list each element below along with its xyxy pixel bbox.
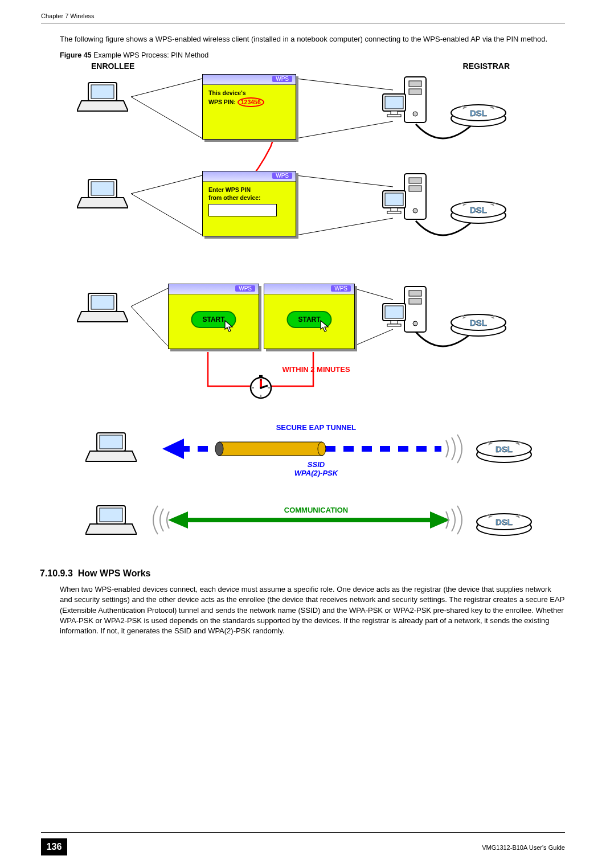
svg-rect-35 (385, 96, 403, 109)
window-titlebar: WPS (264, 284, 354, 294)
svg-rect-14 (259, 375, 263, 377)
svg-line-0 (131, 79, 202, 97)
device-pin-line1: This device's (208, 89, 290, 97)
svg-rect-29 (91, 85, 114, 99)
svg-rect-73 (100, 508, 122, 522)
within-2-minutes-label: WITHIN 2 MINUTES (282, 365, 350, 374)
svg-point-15 (260, 387, 262, 389)
dsl-router-icon: DSL (450, 96, 507, 127)
cursor-icon (224, 320, 235, 333)
figure-diagram: ENROLLEE REGISTRAR (77, 62, 555, 551)
svg-rect-48 (385, 193, 403, 206)
header-rule (41, 23, 565, 23)
enrollee-label: ENROLLEE (91, 62, 134, 71)
svg-rect-55 (91, 296, 114, 309)
figure-caption: Figure 45 Example WPS Process: PIN Metho… (60, 51, 565, 59)
window-titlebar: WPS (203, 75, 296, 85)
wps-pin-body: This device's WPS PIN: 123456 (203, 85, 296, 112)
cursor-icon (320, 320, 330, 333)
svg-rect-68 (100, 435, 122, 449)
svg-text:DSL: DSL (496, 444, 513, 454)
svg-rect-42 (91, 182, 114, 195)
section-body: When two WPS-enabled devices connect, ea… (60, 584, 565, 636)
wps-tab-label: WPS (331, 285, 351, 292)
svg-point-23 (215, 442, 223, 456)
svg-line-9 (131, 288, 168, 306)
svg-line-10 (131, 306, 168, 346)
svg-rect-62 (391, 321, 398, 324)
svg-text:DSL: DSL (496, 517, 513, 527)
section-number: 7.10.9.3 (40, 568, 73, 578)
pin-input-field[interactable] (208, 204, 277, 216)
wps-tab-label: WPS (272, 173, 292, 179)
svg-rect-32 (409, 89, 421, 95)
svg-marker-21 (162, 439, 184, 459)
svg-line-6 (296, 175, 393, 187)
svg-line-7 (296, 218, 393, 235)
dsl-router-icon: DSL (476, 505, 533, 536)
svg-rect-45 (409, 186, 421, 191)
svg-point-33 (413, 112, 417, 116)
page-content: The following figure shows a WPS-enabled… (60, 34, 565, 643)
svg-marker-27 (430, 511, 450, 529)
desktop-icon (382, 284, 430, 341)
figure-title: Example WPS Process: PIN Method (92, 51, 209, 59)
svg-line-2 (296, 79, 393, 90)
desktop-icon (382, 171, 430, 228)
enter-pin-line1: Enter WPS PIN (208, 186, 290, 194)
svg-point-46 (413, 208, 417, 213)
dsl-router-icon: DSL (450, 193, 507, 224)
svg-rect-22 (219, 442, 322, 456)
svg-text:DSL: DSL (470, 108, 487, 118)
svg-rect-63 (387, 324, 401, 326)
desktop-icon (382, 74, 430, 131)
svg-rect-44 (409, 178, 421, 183)
eap-tunnel-label: SECURE EAP TUNNEL (276, 423, 357, 432)
laptop-icon (85, 432, 137, 463)
wps-start-window-enrollee: WPS START (168, 284, 259, 349)
svg-line-5 (131, 194, 202, 235)
ssid-wpa-label: SSID WPA(2)-PSK (294, 460, 338, 477)
svg-point-59 (413, 321, 417, 326)
wps-device-pin-window: WPS This device's WPS PIN: 123456 (202, 74, 296, 140)
wps-tab-label: WPS (235, 285, 255, 292)
dsl-router-icon: DSL (450, 305, 507, 337)
svg-rect-31 (409, 81, 421, 87)
wps-enter-body: Enter WPS PIN from other device: (203, 182, 296, 221)
svg-rect-57 (409, 290, 421, 296)
section-heading: 7.10.9.3 How WPS Works (40, 568, 565, 579)
wps-enter-pin-window: WPS Enter WPS PIN from other device: (202, 171, 296, 236)
svg-rect-50 (387, 211, 401, 214)
intro-paragraph: The following figure shows a WPS-enabled… (60, 34, 565, 44)
footer-guide-title: VMG1312-B10A User's Guide (482, 844, 565, 851)
laptop-icon (77, 178, 128, 210)
svg-marker-26 (168, 511, 188, 529)
svg-text:DSL: DSL (470, 318, 487, 327)
laptop-icon (85, 505, 137, 536)
window-titlebar: WPS (169, 284, 259, 294)
dsl-router-icon: DSL (476, 432, 533, 463)
svg-line-4 (131, 175, 202, 194)
device-pin-line2: WPS PIN: 123456 (208, 97, 290, 108)
wps-tab-label: WPS (272, 76, 292, 82)
svg-rect-49 (391, 208, 398, 211)
svg-rect-61 (385, 306, 403, 318)
svg-rect-36 (391, 111, 398, 114)
wps-start-window-registrar: WPS START (264, 284, 355, 349)
page-number: 136 (41, 838, 67, 855)
enter-pin-line2: from other device: (208, 194, 290, 202)
svg-line-1 (131, 97, 202, 138)
svg-point-13 (251, 378, 271, 398)
svg-point-24 (318, 442, 326, 456)
device-pin-value: 123456 (241, 99, 261, 105)
svg-rect-37 (387, 114, 401, 117)
svg-text:DSL: DSL (470, 205, 487, 215)
chapter-header: Chapter 7 Wireless (41, 13, 95, 19)
figure-number: Figure 45 (60, 51, 92, 59)
communication-label: COMMUNICATION (284, 506, 348, 514)
footer-rule (41, 832, 565, 833)
section-title: How WPS Works (78, 568, 151, 578)
svg-rect-58 (409, 298, 421, 304)
registrar-label: REGISTRAR (463, 62, 510, 71)
laptop-icon (77, 292, 128, 324)
